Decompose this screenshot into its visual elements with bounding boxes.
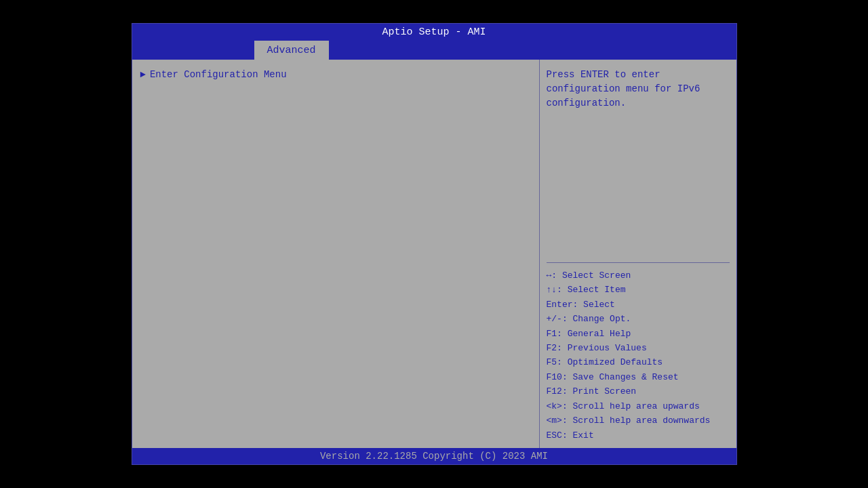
left-panel: ► Enter Configuration Menu (132, 60, 540, 448)
key-help-f10: F10: Save Changes & Reset (547, 370, 730, 384)
key-help-enter: Enter: Select (547, 298, 730, 312)
help-line-2: configuration menu for IPv6 (547, 83, 701, 94)
key-help-f2: F2: Previous Values (547, 341, 730, 355)
divider (547, 262, 730, 263)
menu-item-enter-config[interactable]: ► Enter Configuration Menu (138, 68, 534, 81)
help-text: Press ENTER to enter configuration menu … (547, 68, 730, 257)
app-title: Aptio Setup - AMI (382, 26, 486, 38)
key-help-f12: F12: Print Screen (547, 384, 730, 399)
key-help-m: <m>: Scroll help area downwards (547, 413, 730, 428)
menu-item-label: Enter Configuration Menu (150, 69, 287, 80)
footer-text: Version 2.22.1285 Copyright (C) 2023 AMI (320, 451, 548, 462)
menu-arrow-icon: ► (140, 69, 146, 80)
key-help-k: <k>: Scroll help area upwards (547, 399, 730, 413)
footer-bar: Version 2.22.1285 Copyright (C) 2023 AMI (132, 448, 736, 464)
bios-window: Aptio Setup - AMI Advanced ► Enter Confi… (132, 23, 737, 465)
main-content: ► Enter Configuration Menu Press ENTER t… (132, 60, 736, 448)
key-help-change-opt: +/-: Change Opt. (547, 312, 730, 326)
help-line-1: Press ENTER to enter (547, 69, 660, 80)
title-bar: Aptio Setup - AMI (132, 24, 736, 41)
right-panel: Press ENTER to enter configuration menu … (540, 60, 736, 448)
tab-bar: Advanced (132, 41, 736, 60)
key-help-select-screen: ↔: Select Screen (547, 268, 730, 283)
key-help-select-item: ↑↓: Select Item (547, 283, 730, 297)
key-help-f5: F5: Optimized Defaults (547, 355, 730, 369)
key-help-f1: F1: General Help (547, 327, 730, 341)
tab-advanced[interactable]: Advanced (254, 41, 329, 60)
key-help-esc: ESC: Exit (547, 428, 730, 443)
help-line-3: configuration. (547, 98, 627, 108)
key-help-section: ↔: Select Screen ↑↓: Select Item Enter: … (547, 268, 730, 443)
